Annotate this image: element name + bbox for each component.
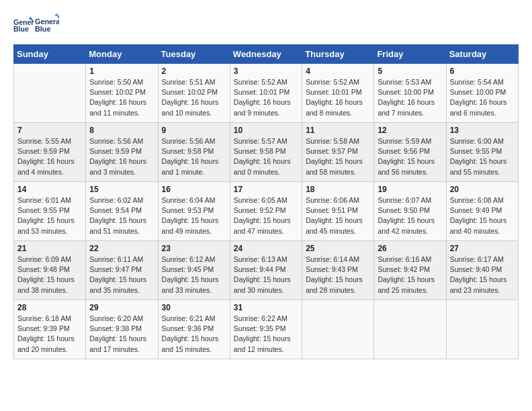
calendar-header: SundayMondayTuesdayWednesdayThursdayFrid… [14, 45, 519, 64]
calendar-body: 1Sunrise: 5:50 AM Sunset: 10:02 PM Dayli… [14, 64, 519, 359]
day-info: Sunrise: 5:54 AM Sunset: 10:00 PM Daylig… [450, 77, 515, 118]
day-number: 25 [306, 244, 370, 253]
day-info: Sunrise: 6:09 AM Sunset: 9:48 PM Dayligh… [17, 255, 82, 295]
weekday-header-wednesday: Wednesday [230, 45, 302, 64]
calendar-cell: 28Sunrise: 6:18 AM Sunset: 9:39 PM Dayli… [14, 300, 86, 359]
weekday-header-sunday: Sunday [14, 45, 86, 64]
weekday-header-row: SundayMondayTuesdayWednesdayThursdayFrid… [14, 45, 519, 64]
day-info: Sunrise: 6:16 AM Sunset: 9:42 PM Dayligh… [378, 255, 442, 295]
day-info: Sunrise: 6:01 AM Sunset: 9:55 PM Dayligh… [17, 195, 82, 236]
day-number: 2 [162, 66, 226, 76]
day-info: Sunrise: 6:11 AM Sunset: 9:47 PM Dayligh… [89, 255, 154, 295]
day-info: Sunrise: 5:52 AM Sunset: 10:01 PM Daylig… [234, 77, 298, 118]
day-number: 5 [378, 66, 442, 76]
logo: General Blue General Blue [13, 13, 59, 38]
day-number: 7 [17, 126, 82, 135]
page-header: General Blue General Blue [13, 13, 519, 38]
day-number: 6 [450, 66, 515, 76]
day-number: 22 [89, 244, 154, 253]
calendar-cell: 2Sunrise: 5:51 AM Sunset: 10:02 PM Dayli… [158, 64, 230, 123]
calendar-cell: 26Sunrise: 6:16 AM Sunset: 9:42 PM Dayli… [374, 241, 446, 300]
day-number: 26 [378, 244, 442, 253]
calendar-cell [374, 300, 446, 359]
calendar-cell: 20Sunrise: 6:08 AM Sunset: 9:49 PM Dayli… [446, 182, 518, 241]
calendar-cell: 24Sunrise: 6:13 AM Sunset: 9:44 PM Dayli… [230, 241, 302, 300]
day-info: Sunrise: 6:17 AM Sunset: 9:40 PM Dayligh… [450, 255, 515, 295]
calendar-cell: 10Sunrise: 5:57 AM Sunset: 9:58 PM Dayli… [230, 123, 302, 182]
calendar-cell: 18Sunrise: 6:06 AM Sunset: 9:51 PM Dayli… [302, 182, 374, 241]
day-number: 18 [306, 185, 370, 194]
calendar-cell [14, 64, 86, 123]
calendar-cell: 27Sunrise: 6:17 AM Sunset: 9:40 PM Dayli… [446, 241, 518, 300]
calendar-week-3: 14Sunrise: 6:01 AM Sunset: 9:55 PM Dayli… [14, 182, 519, 241]
calendar-cell: 8Sunrise: 5:56 AM Sunset: 9:59 PM Daylig… [86, 123, 158, 182]
day-info: Sunrise: 5:57 AM Sunset: 9:58 PM Dayligh… [234, 136, 298, 177]
day-info: Sunrise: 6:07 AM Sunset: 9:50 PM Dayligh… [378, 195, 442, 236]
calendar-week-5: 28Sunrise: 6:18 AM Sunset: 9:39 PM Dayli… [14, 300, 519, 359]
day-info: Sunrise: 5:59 AM Sunset: 9:56 PM Dayligh… [378, 136, 442, 177]
calendar-cell: 12Sunrise: 5:59 AM Sunset: 9:56 PM Dayli… [374, 123, 446, 182]
day-info: Sunrise: 6:08 AM Sunset: 9:49 PM Dayligh… [450, 195, 515, 236]
day-number: 30 [162, 303, 226, 312]
calendar-cell: 17Sunrise: 6:05 AM Sunset: 9:52 PM Dayli… [230, 182, 302, 241]
day-number: 10 [234, 126, 298, 135]
day-number: 13 [450, 126, 515, 135]
calendar-cell: 21Sunrise: 6:09 AM Sunset: 9:48 PM Dayli… [14, 241, 86, 300]
calendar-cell: 11Sunrise: 5:58 AM Sunset: 9:57 PM Dayli… [302, 123, 374, 182]
calendar-cell: 15Sunrise: 6:02 AM Sunset: 9:54 PM Dayli… [86, 182, 158, 241]
weekday-header-friday: Friday [374, 45, 446, 64]
calendar-cell: 30Sunrise: 6:21 AM Sunset: 9:36 PM Dayli… [158, 300, 230, 359]
calendar-cell: 31Sunrise: 6:22 AM Sunset: 9:35 PM Dayli… [230, 300, 302, 359]
day-number: 9 [162, 126, 226, 135]
day-info: Sunrise: 6:04 AM Sunset: 9:53 PM Dayligh… [162, 195, 226, 236]
calendar-cell: 23Sunrise: 6:12 AM Sunset: 9:45 PM Dayli… [158, 241, 230, 300]
weekday-header-thursday: Thursday [302, 45, 374, 64]
calendar-cell: 29Sunrise: 6:20 AM Sunset: 9:38 PM Dayli… [86, 300, 158, 359]
day-number: 28 [17, 303, 82, 312]
day-number: 24 [234, 244, 298, 253]
day-info: Sunrise: 5:56 AM Sunset: 9:59 PM Dayligh… [89, 136, 154, 177]
calendar-cell [446, 300, 518, 359]
calendar-cell: 16Sunrise: 6:04 AM Sunset: 9:53 PM Dayli… [158, 182, 230, 241]
day-number: 15 [89, 185, 154, 194]
day-info: Sunrise: 5:56 AM Sunset: 9:58 PM Dayligh… [162, 136, 226, 177]
calendar-cell: 6Sunrise: 5:54 AM Sunset: 10:00 PM Dayli… [446, 64, 518, 123]
day-number: 4 [306, 66, 370, 76]
svg-text:Blue: Blue [13, 25, 29, 33]
svg-text:Blue: Blue [35, 25, 50, 33]
day-number: 29 [89, 303, 154, 312]
day-number: 3 [234, 66, 298, 76]
calendar-table: SundayMondayTuesdayWednesdayThursdayFrid… [13, 44, 519, 359]
weekday-header-saturday: Saturday [446, 45, 518, 64]
day-info: Sunrise: 6:05 AM Sunset: 9:52 PM Dayligh… [234, 195, 298, 236]
calendar-week-2: 7Sunrise: 5:55 AM Sunset: 9:59 PM Daylig… [14, 123, 519, 182]
day-info: Sunrise: 5:55 AM Sunset: 9:59 PM Dayligh… [17, 136, 82, 177]
day-number: 14 [17, 185, 82, 194]
calendar-cell: 19Sunrise: 6:07 AM Sunset: 9:50 PM Dayli… [374, 182, 446, 241]
calendar-cell [302, 300, 374, 359]
day-number: 17 [234, 185, 298, 194]
day-info: Sunrise: 6:02 AM Sunset: 9:54 PM Dayligh… [89, 195, 154, 236]
day-number: 8 [89, 126, 154, 135]
day-number: 11 [306, 126, 370, 135]
day-number: 27 [450, 244, 515, 253]
day-info: Sunrise: 5:53 AM Sunset: 10:00 PM Daylig… [378, 77, 442, 118]
day-info: Sunrise: 5:51 AM Sunset: 10:02 PM Daylig… [162, 77, 226, 118]
calendar-cell: 4Sunrise: 5:52 AM Sunset: 10:01 PM Dayli… [302, 64, 374, 123]
day-info: Sunrise: 6:20 AM Sunset: 9:38 PM Dayligh… [89, 314, 154, 355]
calendar-week-4: 21Sunrise: 6:09 AM Sunset: 9:48 PM Dayli… [14, 241, 519, 300]
day-info: Sunrise: 6:12 AM Sunset: 9:45 PM Dayligh… [162, 255, 226, 295]
day-number: 19 [378, 185, 442, 194]
svg-text:General: General [35, 17, 59, 26]
svg-marker-6 [54, 13, 59, 16]
day-info: Sunrise: 6:21 AM Sunset: 9:36 PM Dayligh… [162, 314, 226, 355]
logo-bird-icon: General Blue [35, 13, 59, 38]
day-info: Sunrise: 6:00 AM Sunset: 9:55 PM Dayligh… [450, 136, 515, 177]
day-number: 1 [89, 66, 154, 76]
calendar-week-1: 1Sunrise: 5:50 AM Sunset: 10:02 PM Dayli… [14, 64, 519, 123]
weekday-header-tuesday: Tuesday [158, 45, 230, 64]
day-info: Sunrise: 5:52 AM Sunset: 10:01 PM Daylig… [306, 77, 370, 118]
day-info: Sunrise: 6:18 AM Sunset: 9:39 PM Dayligh… [17, 314, 82, 355]
day-number: 12 [378, 126, 442, 135]
day-info: Sunrise: 6:13 AM Sunset: 9:44 PM Dayligh… [234, 255, 298, 295]
